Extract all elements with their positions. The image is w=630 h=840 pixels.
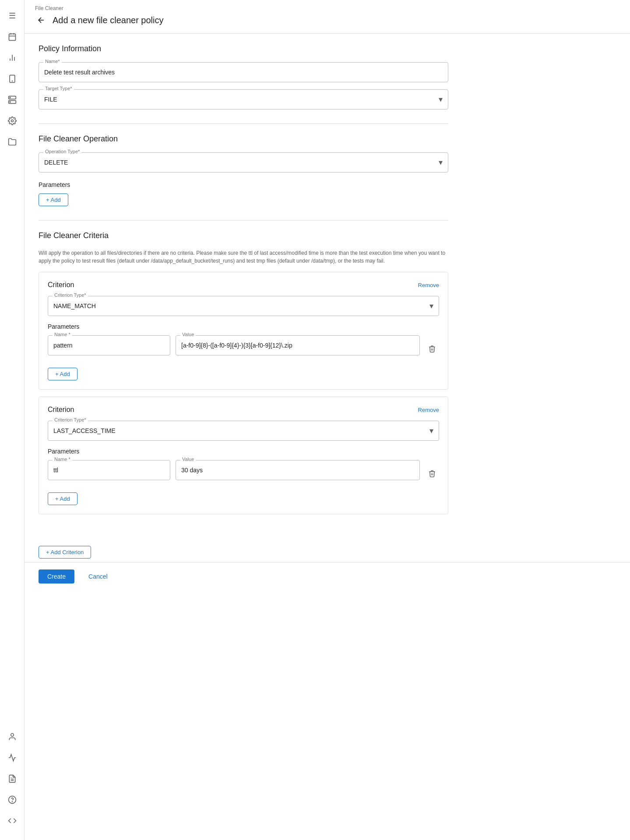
add-criterion-button[interactable]: + Add Criterion: [39, 546, 91, 559]
criterion-2-param-value-field: Value: [176, 460, 420, 480]
operation-title: File Cleaner Operation: [39, 134, 448, 144]
criterion-2-type-field: Criterion Type* NAME_MATCH LAST_ACCESS_T…: [48, 421, 439, 441]
section-divider-2: [39, 220, 448, 221]
operation-params-title: Parameters: [39, 181, 448, 188]
bottom-actions: Create Cancel: [25, 562, 630, 590]
name-field: Name*: [39, 62, 448, 82]
page-title: Add a new file cleaner policy: [53, 15, 163, 25]
add-criterion-section: + Add Criterion: [25, 539, 630, 559]
cancel-button[interactable]: Cancel: [81, 569, 115, 583]
svg-rect-0: [9, 34, 15, 40]
chart-icon[interactable]: [4, 49, 21, 67]
breadcrumb: File Cleaner: [35, 5, 619, 11]
monitor-icon[interactable]: [4, 749, 21, 766]
criterion-1-param-row-1: Name * Value: [48, 335, 439, 362]
create-button[interactable]: Create: [39, 569, 74, 583]
operation-add-param-button[interactable]: + Add: [39, 193, 68, 206]
folder-icon[interactable]: [4, 133, 21, 151]
back-button[interactable]: [35, 14, 47, 26]
content-area: Policy Information Name* Target Type* FI…: [25, 34, 462, 539]
criterion-2-param-value-input[interactable]: [176, 460, 419, 480]
sidebar: ☰: [0, 0, 25, 840]
svg-point-13: [11, 120, 13, 122]
name-label: Name*: [43, 59, 62, 64]
list-icon[interactable]: ☰: [4, 7, 21, 25]
name-input[interactable]: [39, 63, 448, 82]
criterion-1-param-delete-icon[interactable]: [425, 342, 439, 356]
criterion-2-param-row-1: Name * Value: [48, 460, 439, 487]
document-icon[interactable]: [4, 770, 21, 787]
criterion-2-param-delete-icon[interactable]: [425, 467, 439, 481]
svg-point-11: [10, 97, 11, 98]
settings-icon[interactable]: [4, 112, 21, 130]
person-icon[interactable]: [4, 728, 21, 745]
criterion-1-params-title: Parameters: [48, 323, 439, 330]
criterion-1-title: Criterion: [48, 281, 74, 289]
criteria-title: File Cleaner Criteria: [39, 231, 448, 240]
criterion-2-param-value-label: Value: [180, 457, 196, 462]
svg-point-12: [10, 102, 11, 102]
device-icon[interactable]: [4, 70, 21, 88]
criterion-1-type-select[interactable]: NAME_MATCH LAST_ACCESS_TIME LAST_MODIFIE…: [48, 296, 439, 316]
target-type-field: Target Type* FILE DIRECTORY ▾: [39, 89, 448, 109]
policy-information-section: Policy Information Name* Target Type* FI…: [39, 44, 448, 109]
svg-point-14: [11, 734, 14, 737]
criterion-1-param-name-input[interactable]: [48, 336, 170, 355]
criterion-2-param-name-label: Name *: [53, 457, 72, 462]
criterion-card-2: Criterion Remove Criterion Type* NAME_MA…: [39, 397, 448, 514]
criterion-1-param-value-field: Value: [176, 335, 420, 355]
criterion-1-param-value-input[interactable]: [176, 336, 419, 355]
criterion-2-type-select[interactable]: NAME_MATCH LAST_ACCESS_TIME LAST_MODIFIE…: [48, 421, 439, 440]
criterion-1-param-name-field: Name *: [48, 335, 170, 355]
server-icon[interactable]: [4, 91, 21, 109]
criterion-1-remove-button[interactable]: Remove: [418, 282, 439, 288]
criterion-2-param-name-input[interactable]: [48, 460, 170, 480]
page-header: File Cleaner Add a new file cleaner poli…: [25, 0, 630, 34]
policy-info-title: Policy Information: [39, 44, 448, 53]
criterion-1-param-value-label: Value: [180, 332, 196, 337]
calendar-icon[interactable]: [4, 28, 21, 46]
criteria-info-text: Will apply the operation to all files/di…: [39, 249, 448, 265]
target-type-select[interactable]: FILE DIRECTORY: [39, 90, 448, 109]
criterion-2-add-param-button[interactable]: + Add: [48, 492, 77, 505]
criterion-2-remove-button[interactable]: Remove: [418, 407, 439, 413]
criterion-1-type-field: Criterion Type* NAME_MATCH LAST_ACCESS_T…: [48, 296, 439, 316]
criterion-2-param-name-field: Name *: [48, 460, 170, 480]
criterion-2-title: Criterion: [48, 406, 74, 414]
operation-type-field: Operation Type* DELETE ARCHIVE ▾: [39, 152, 448, 172]
code-icon[interactable]: [4, 812, 21, 829]
operation-section: File Cleaner Operation Operation Type* D…: [39, 134, 448, 206]
criterion-card-1: Criterion Remove Criterion Type* NAME_MA…: [39, 272, 448, 390]
help-icon[interactable]: [4, 791, 21, 808]
criteria-section: File Cleaner Criteria Will apply the ope…: [39, 231, 448, 514]
criterion-1-add-param-button[interactable]: + Add: [48, 368, 77, 380]
section-divider-1: [39, 123, 448, 124]
criterion-1-param-name-label: Name *: [53, 332, 72, 337]
operation-type-select[interactable]: DELETE ARCHIVE: [39, 153, 448, 172]
main-content: File Cleaner Add a new file cleaner poli…: [25, 0, 630, 840]
criterion-2-params-title: Parameters: [48, 448, 439, 455]
